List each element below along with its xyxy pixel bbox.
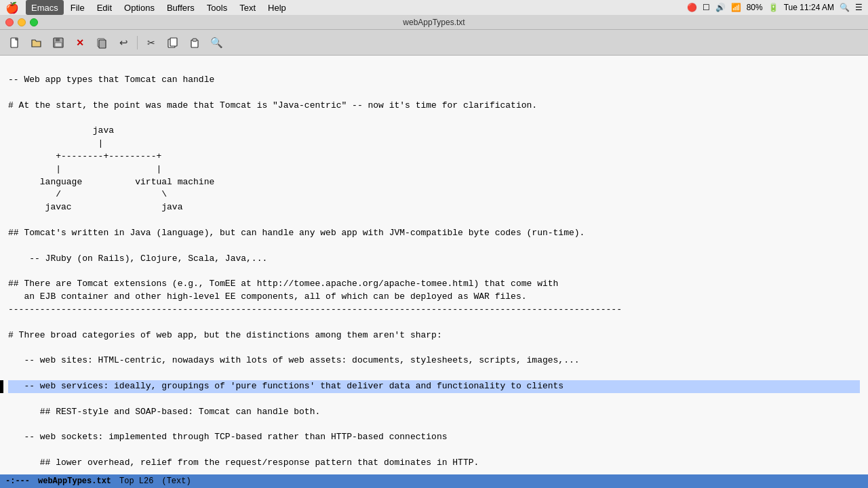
svg-rect-3: [55, 43, 62, 47]
editor-line: an EJB container and other high-level EE…: [8, 291, 860, 304]
window-titlebar: webAppTypes.txt: [0, 15, 868, 30]
fullscreen-button[interactable]: [30, 18, 38, 26]
save-copy-icon: [96, 37, 108, 49]
menubar-right: 🔴 ☐ 🔊 📶 80% 🔋 Tue 11:24 AM 🔍 ☰: [687, 3, 863, 12]
menu-text[interactable]: Text: [234, 0, 261, 15]
apple-menu[interactable]: 🍎: [5, 1, 19, 14]
new-file-icon: [9, 37, 21, 49]
editor-line: [8, 317, 860, 329]
editor-line: [8, 444, 860, 457]
cursor-line: -- web services: ideally, groupings of '…: [8, 380, 860, 393]
menu-tools[interactable]: Tools: [201, 0, 233, 15]
editor-container[interactable]: -- Web app types that Tomcat can handle …: [0, 56, 868, 474]
editor-line: java: [8, 125, 860, 138]
editor-line: [8, 240, 860, 253]
battery-icon: 🔴: [687, 3, 697, 12]
undo-button[interactable]: ↩: [114, 34, 133, 52]
search-button[interactable]: 🔍: [207, 34, 226, 52]
save-disk-button[interactable]: [49, 34, 68, 52]
editor-line: [8, 393, 860, 406]
editor-line: / \: [8, 188, 860, 201]
paste-icon: [189, 37, 201, 49]
menu-emacs[interactable]: Emacs: [26, 0, 64, 15]
svg-rect-2: [56, 38, 60, 41]
toolbar-sep-1: [137, 36, 138, 49]
statusbar-position: Top L26: [119, 476, 153, 486]
editor-line: -- web sites: HTML-centric, nowadays wit…: [8, 354, 860, 367]
editor-line: [8, 112, 860, 125]
menu-help[interactable]: Help: [262, 0, 292, 15]
window-title: webAppTypes.txt: [403, 18, 465, 27]
editor-line: -- web sockets: implemented through TCP-…: [8, 431, 860, 444]
svg-rect-9: [193, 39, 197, 41]
editor-line: +--------+---------+: [8, 150, 860, 163]
new-file-button[interactable]: [5, 34, 24, 52]
sound-icon: 🔊: [715, 3, 726, 12]
dropbox-icon: ☐: [703, 3, 710, 12]
editor-line: [8, 214, 860, 227]
editor-line: ## There are Tomcat extensions (e.g., To…: [8, 278, 860, 291]
editor-line: | |: [8, 163, 860, 176]
save-copy-button[interactable]: [92, 34, 111, 52]
editor-line: [8, 87, 860, 100]
minimize-button[interactable]: [18, 18, 26, 26]
svg-rect-7: [170, 38, 177, 46]
cut-button[interactable]: ✂: [142, 34, 161, 52]
wifi-icon: 📶: [731, 3, 741, 12]
editor-line: javac java: [8, 201, 860, 214]
paste-button[interactable]: [185, 34, 204, 52]
menubar: 🍎 Emacs File Edit Options Buffers Tools …: [0, 0, 868, 15]
open-file-icon: [31, 37, 43, 49]
traffic-lights: [5, 18, 38, 26]
open-file-button[interactable]: [27, 34, 46, 52]
statusbar-mode: -:---: [5, 476, 30, 486]
battery-bar: 🔋: [768, 3, 778, 12]
toolbar: ✕ ↩ ✂ 🔍: [0, 30, 868, 56]
statusbar: -:--- webAppTypes.txt Top L26 (Text): [0, 474, 868, 488]
statusbar-mode-name: (Text): [161, 476, 191, 486]
cursor-margin-indicator: [0, 380, 3, 393]
close-button[interactable]: [5, 18, 14, 26]
battery-percent: 80%: [747, 3, 763, 12]
statusbar-filename: webAppTypes.txt: [38, 476, 111, 486]
editor-line: -- JRuby (on Rails), Clojure, Scala, Jav…: [8, 253, 860, 266]
editor-line: ## REST-style and SOAP-based: Tomcat can…: [8, 406, 860, 419]
editor-line: # At the start, the point was made that …: [8, 100, 860, 113]
menu-buffers[interactable]: Buffers: [161, 0, 200, 15]
editor-line: [8, 367, 860, 380]
menu-options[interactable]: Options: [119, 0, 160, 15]
clock: Tue 11:24 AM: [784, 3, 834, 12]
close-button-toolbar[interactable]: ✕: [71, 34, 90, 52]
editor-line: [8, 342, 860, 355]
editor-line: ## Tomcat's written in Java (language), …: [8, 227, 860, 240]
svg-rect-5: [99, 40, 106, 48]
copy-button[interactable]: [163, 34, 182, 52]
editor-content[interactable]: -- Web app types that Tomcat can handle …: [0, 56, 868, 474]
menu-icon[interactable]: ☰: [855, 3, 863, 12]
editor-line: [8, 266, 860, 279]
editor-line: [8, 61, 860, 74]
editor-line: # Three broad categories of web app, but…: [8, 329, 860, 342]
editor-line: |: [8, 138, 860, 150]
editor-line: [8, 419, 860, 432]
menu-edit[interactable]: Edit: [92, 0, 117, 15]
search-icon[interactable]: 🔍: [840, 3, 850, 12]
save-disk-icon: [52, 37, 64, 49]
copy-icon: [167, 37, 179, 49]
editor-line: language virtual machine: [8, 176, 860, 189]
editor-line: -- Web app types that Tomcat can handle: [8, 74, 860, 87]
menu-file[interactable]: File: [65, 0, 90, 15]
editor-line: ----------------------------------------…: [8, 304, 860, 317]
editor-line: ## lower overhead, relief from the reque…: [8, 457, 860, 470]
